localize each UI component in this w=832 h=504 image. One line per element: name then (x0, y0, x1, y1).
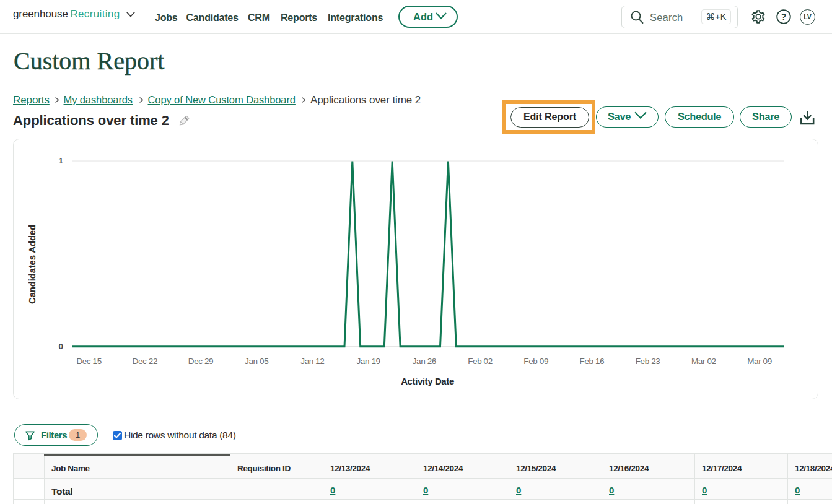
svg-text:?: ? (781, 12, 786, 22)
